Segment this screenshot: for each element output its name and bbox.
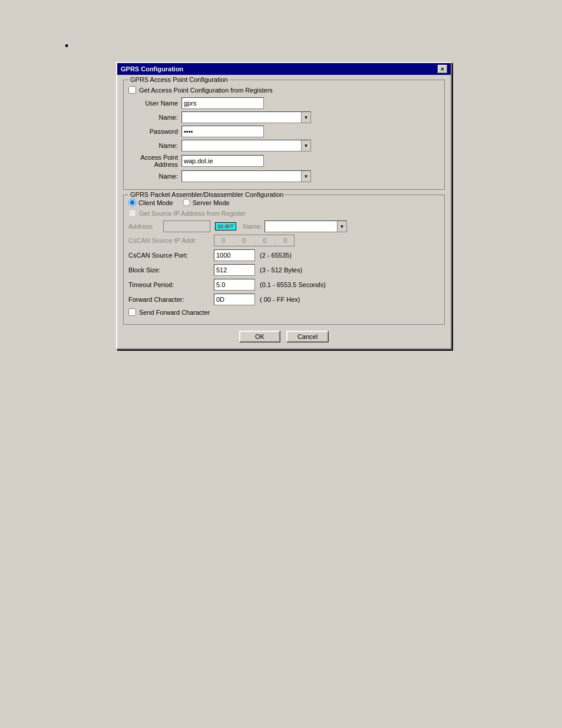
ok-button[interactable]: OK (239, 331, 280, 342)
send-forward-checkbox[interactable] (128, 308, 136, 316)
address-row: Address: 32-BIT Name: ▼ (128, 220, 439, 232)
timeout-range: (0.1 - 6553.5 Seconds) (260, 281, 326, 288)
timeout-row: Timeout Period: (0.1 - 6553.5 Seconds) (128, 279, 439, 291)
cscan-ip-label: CsCAN Source IP Addr: (128, 237, 214, 244)
button-row: OK Cancel (123, 331, 445, 342)
ip-field-3 (256, 235, 273, 246)
client-mode-label: Client Mode (138, 199, 173, 206)
password-label: Password (128, 128, 181, 135)
source-port-input[interactable] (214, 249, 255, 261)
gprs-configuration-dialog: GPRS Configuration × GPRS Access Point C… (116, 62, 452, 350)
access-point-label: Access Point Address (128, 154, 181, 168)
get-source-ip-row: Get Source IP Address from Register (128, 209, 439, 217)
send-forward-row: Send Forward Character (128, 308, 439, 316)
dialog-title-bar: GPRS Configuration × (117, 63, 451, 75)
get-source-ip-checkbox[interactable] (128, 209, 136, 217)
gprs-access-legend: GPRS Access Point Configuration (128, 76, 230, 83)
cscan-ip-row: CsCAN Source IP Addr: . . . (128, 235, 439, 246)
gprs-packet-group: GPRS Packet Assembler/Disassembler Confi… (123, 195, 445, 325)
ip-field-1 (214, 235, 232, 246)
server-mode-item: Server Mode (183, 199, 230, 206)
address-name-dropdown: ▼ (265, 220, 347, 232)
block-size-input[interactable] (214, 264, 255, 276)
password-name-value (182, 140, 301, 151)
block-size-label: Block Size: (128, 266, 214, 274)
address-name-arrow: ▼ (337, 221, 346, 232)
ip-field-4 (276, 235, 294, 246)
32bit-badge: 32-BIT (215, 222, 236, 230)
send-forward-label: Send Forward Character (139, 309, 210, 316)
dialog-title: GPRS Configuration (121, 65, 183, 73)
username-input[interactable] (181, 97, 264, 109)
address-name-value (265, 221, 337, 232)
username-name-value (182, 112, 301, 123)
gprs-access-group: GPRS Access Point Configuration Get Acce… (123, 80, 445, 190)
access-point-name-row: Name: ▼ (128, 170, 439, 182)
password-row: Password (128, 126, 439, 137)
server-mode-label: Server Mode (193, 199, 230, 206)
timeout-input[interactable] (214, 279, 255, 291)
client-mode-item: Client Mode (128, 199, 173, 206)
address-input (163, 220, 210, 232)
password-name-dropdown[interactable]: ▼ (181, 140, 311, 151)
page-background: • GPRS Configuration × GPRS Access Point… (0, 0, 562, 728)
username-row: User Name (128, 97, 439, 109)
password-input[interactable] (181, 126, 264, 137)
source-port-label: CsCAN Source Port: (128, 252, 214, 259)
access-point-row: Access Point Address (128, 154, 439, 168)
username-label: User Name (128, 100, 181, 107)
get-config-row: Get Access Point Configuration from Regi… (128, 86, 439, 94)
client-mode-radio[interactable] (128, 199, 136, 206)
server-mode-radio[interactable] (183, 199, 190, 206)
access-point-name-dropdown[interactable]: ▼ (181, 170, 311, 182)
access-point-name-value (182, 171, 301, 182)
mode-row: Client Mode Server Mode (128, 199, 439, 206)
forward-char-input[interactable] (214, 294, 255, 305)
forward-char-range: ( 00 - FF Hex) (260, 296, 300, 303)
dialog-body: GPRS Access Point Configuration Get Acce… (117, 75, 451, 348)
access-point-name-label: Name: (128, 173, 181, 180)
access-point-input[interactable] (181, 155, 264, 167)
close-button[interactable]: × (438, 65, 447, 73)
access-point-label1: Access Point (140, 154, 178, 161)
forward-char-row: Forward Character: ( 00 - FF Hex) (128, 294, 439, 305)
get-source-ip-label: Get Source IP Address from Register (139, 210, 246, 217)
cancel-button[interactable]: Cancel (286, 331, 329, 342)
bullet-point: • (65, 40, 68, 52)
password-name-arrow[interactable]: ▼ (301, 140, 310, 151)
password-name-row: Name: ▼ (128, 140, 439, 151)
block-size-range: (3 - 512 Bytes) (260, 266, 302, 274)
ip-field-group: . . . (214, 235, 295, 246)
username-name-label: Name: (128, 114, 181, 121)
access-point-label2: Address (154, 161, 178, 168)
username-name-arrow[interactable]: ▼ (301, 112, 310, 123)
forward-char-label: Forward Character: (128, 296, 214, 303)
access-point-name-arrow[interactable]: ▼ (301, 171, 310, 182)
get-config-checkbox[interactable] (128, 86, 136, 94)
block-size-row: Block Size: (3 - 512 Bytes) (128, 264, 439, 276)
source-port-row: CsCAN Source Port: (2 - 65535) (128, 249, 439, 261)
password-name-label: Name: (128, 142, 181, 149)
username-name-row: Name: ▼ (128, 111, 439, 123)
address-name-label: Name: (243, 223, 262, 230)
gprs-packet-legend: GPRS Packet Assembler/Disassembler Confi… (128, 191, 285, 198)
get-config-label: Get Access Point Configuration from Regi… (139, 87, 273, 94)
ip-field-2 (235, 235, 253, 246)
address-label: Address: (128, 223, 161, 230)
timeout-label: Timeout Period: (128, 281, 214, 288)
username-name-dropdown[interactable]: ▼ (181, 111, 311, 123)
source-port-range: (2 - 65535) (260, 252, 292, 259)
